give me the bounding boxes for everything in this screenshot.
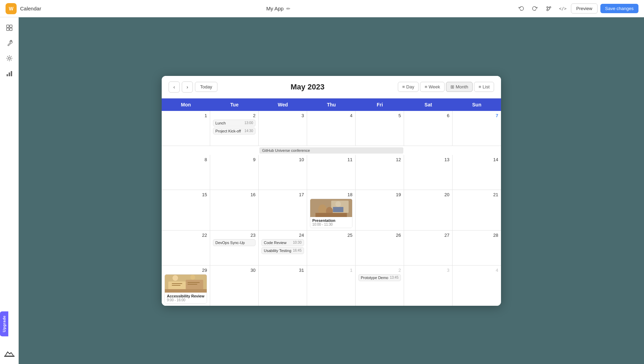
sidebar-item-dashboard[interactable] (3, 21, 16, 34)
calendar-nav: ‹ › Today (169, 81, 217, 93)
cell-jun-2[interactable]: 2 Prototype Demo 13:45 (356, 266, 404, 306)
accessibility-title: Accessibility Review (167, 294, 205, 298)
cell-may-28[interactable]: 28 (453, 231, 501, 265)
svg-point-23 (190, 275, 195, 279)
cell-may-24[interactable]: 24 Code Review 10:30 Usability Testing 1… (259, 231, 307, 265)
svg-point-0 (547, 7, 548, 8)
cell-may-22[interactable]: 22 (162, 231, 210, 265)
cell-may-4[interactable]: 4 (307, 111, 356, 146)
app-name-label: My App (266, 6, 284, 11)
cell-may-31[interactable]: 31 (259, 266, 307, 306)
cell-may-13[interactable]: 13 (404, 155, 453, 190)
svg-rect-10 (11, 71, 12, 76)
presentation-card-body: Presentation 10:00 - 11:30 (310, 217, 352, 228)
undo-button[interactable] (516, 3, 527, 14)
date-27: 27 (407, 233, 449, 238)
date-1: 1 (164, 113, 207, 118)
edit-icon[interactable]: ✏ (286, 6, 290, 11)
event-usability-testing[interactable]: Usability Testing 16:45 (261, 247, 304, 254)
date-jun-3: 3 (407, 268, 449, 273)
date-13: 13 (407, 157, 449, 162)
header-sat: Sat (404, 98, 453, 111)
cell-may-7[interactable]: 7 (453, 111, 501, 146)
cell-may-5[interactable]: 5 (356, 111, 404, 146)
code-icon[interactable]: </> (557, 3, 568, 14)
prev-month-button[interactable]: ‹ (169, 81, 180, 93)
header-thu: Thu (307, 98, 356, 111)
cell-may-30[interactable]: 30 (210, 266, 259, 306)
event-code-review[interactable]: Code Review 10:30 (261, 239, 304, 246)
view-month-button[interactable]: ⊞ Month (446, 82, 473, 92)
sidebar-item-analytics[interactable] (3, 67, 16, 80)
cell-may-9[interactable]: 9 (210, 155, 259, 190)
cell-may-19[interactable]: 19 (356, 190, 404, 230)
event-lunch[interactable]: Lunch 13:00 (213, 120, 256, 127)
cell-may-2[interactable]: 2 Lunch 13:00 Project Kick-off 14:30 (210, 111, 259, 146)
day-view-label: Day (406, 84, 414, 89)
date-17: 17 (261, 192, 304, 197)
next-month-button[interactable]: › (182, 81, 193, 93)
cell-may-21[interactable]: 21 (453, 190, 501, 230)
month-view-icon: ⊞ (450, 84, 454, 89)
event-project-kickoff[interactable]: Project Kick-off 14:30 (213, 128, 256, 135)
cell-jun-3[interactable]: 3 (404, 266, 453, 306)
event-presentation[interactable]: Presentation 10:00 - 11:30 (310, 199, 352, 228)
svg-rect-13 (331, 200, 349, 213)
cell-may-26[interactable]: 26 (356, 231, 404, 265)
week-3: 15 16 17 18 (162, 190, 501, 231)
presentation-time: 10:00 - 11:30 (312, 223, 350, 226)
cell-may-18[interactable]: 18 (307, 190, 356, 230)
sidebar: Upgrade (0, 17, 19, 364)
date-14: 14 (455, 157, 498, 162)
svg-rect-12 (310, 199, 352, 217)
date-16: 16 (213, 192, 256, 197)
svg-rect-24 (165, 289, 207, 293)
cell-may-15[interactable]: 15 (162, 190, 210, 230)
date-20: 20 (407, 192, 449, 197)
svg-rect-8 (7, 74, 8, 76)
list-view-icon: ≡ (478, 84, 481, 89)
header-wed: Wed (259, 98, 307, 111)
upgrade-tab[interactable]: Upgrade (0, 311, 8, 336)
github-universe-event[interactable]: GitHub Universe conference (259, 147, 403, 154)
cell-jun-4[interactable]: 4 (453, 266, 501, 306)
sidebar-item-settings[interactable] (3, 52, 16, 64)
save-button[interactable]: Save changes (600, 4, 638, 13)
event-accessibility-review[interactable]: Accessibility Review 9:00 - 16:00 (164, 274, 207, 304)
event-prototype-demo[interactable]: Prototype Demo 13:45 (358, 274, 401, 281)
cell-may-12[interactable]: 12 (356, 155, 404, 190)
cell-may-8[interactable]: 8 (162, 155, 210, 190)
date-18: 18 (310, 192, 352, 197)
spanning-event-row: GitHub Universe conference (162, 146, 501, 155)
cell-may-25[interactable]: 25 (307, 231, 356, 265)
view-week-button[interactable]: ≡ Week (420, 82, 445, 92)
cell-may-16[interactable]: 16 (210, 190, 259, 230)
cell-may-17[interactable]: 17 (259, 190, 307, 230)
date-8: 8 (164, 157, 207, 162)
event-devops-syncup[interactable]: DevOps Sync-Up (213, 239, 256, 246)
redo-button[interactable] (529, 3, 540, 14)
footer-logo (3, 350, 16, 357)
cell-may-3[interactable]: 3 (259, 111, 307, 146)
header-sun: Sun (453, 98, 501, 111)
cell-may-11[interactable]: 11 (307, 155, 356, 190)
view-list-button[interactable]: ≡ List (474, 82, 494, 92)
cell-may-14[interactable]: 14 (453, 155, 501, 190)
sidebar-item-tools[interactable] (3, 37, 16, 49)
cell-may-27[interactable]: 27 (404, 231, 453, 265)
cell-jun-1[interactable]: 1 (307, 266, 356, 306)
view-day-button[interactable]: ≡ Day (398, 82, 419, 92)
today-button[interactable]: Today (195, 82, 217, 92)
date-jun-1: 1 (310, 268, 352, 273)
preview-button[interactable]: Preview (571, 3, 597, 14)
cell-may-10[interactable]: 10 (259, 155, 307, 190)
cell-may-23[interactable]: 23 DevOps Sync-Up (210, 231, 259, 265)
cell-may-29[interactable]: 29 (162, 266, 210, 306)
cell-may-6[interactable]: 6 (404, 111, 453, 146)
accessibility-card-body: Accessibility Review 9:00 - 16:00 (165, 293, 207, 303)
branch-icon[interactable] (543, 3, 554, 14)
svg-rect-18 (333, 207, 343, 212)
cell-may-1[interactable]: 1 (162, 111, 210, 146)
cell-may-20[interactable]: 20 (404, 190, 453, 230)
date-24: 24 (261, 233, 304, 238)
